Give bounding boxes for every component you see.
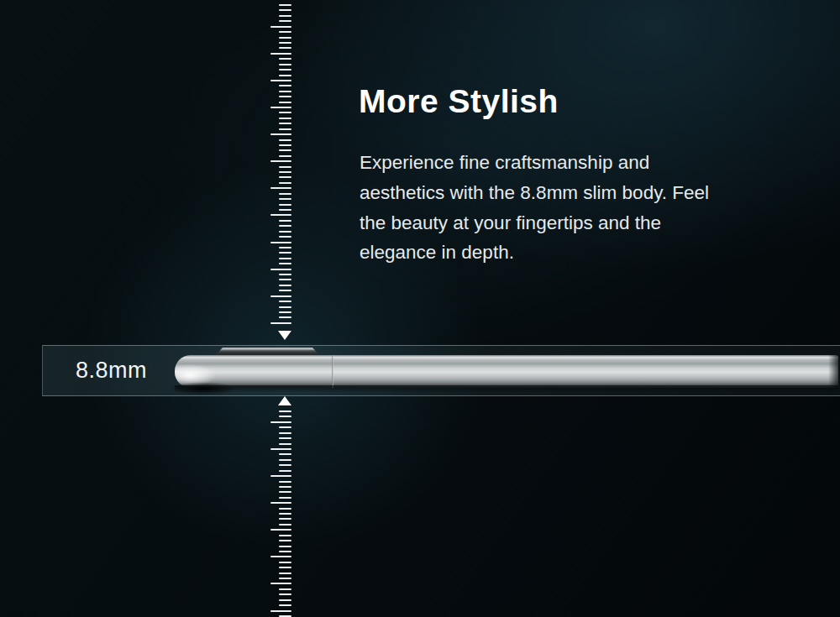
ruler-minor-tick — [279, 311, 291, 313]
ruler-minor-tick — [279, 37, 291, 39]
ruler-major-tick — [270, 160, 291, 162]
ruler-major-tick — [270, 242, 291, 243]
ruler-minor-tick — [279, 410, 291, 412]
ruler-minor-tick — [279, 9, 291, 11]
ruler-minor-tick — [279, 497, 291, 499]
ruler-minor-tick — [279, 432, 291, 434]
ruler-minor-tick — [279, 274, 291, 275]
ruler-minor-tick — [279, 231, 291, 233]
ruler-minor-tick — [279, 149, 291, 151]
ruler-major-tick — [270, 26, 291, 28]
ruler-major-tick — [270, 475, 291, 477]
device-right-edge — [828, 355, 838, 388]
device-side-profile — [175, 355, 838, 388]
ruler-major-tick — [270, 610, 291, 612]
ruler-minor-tick — [279, 301, 291, 302]
ruler-minor-tick — [279, 578, 291, 579]
ruler-minor-tick — [279, 551, 291, 552]
ruler-major-tick — [270, 448, 291, 450]
ruler-major-tick — [270, 187, 291, 189]
ruler-minor-tick — [279, 524, 291, 525]
description-line: elegance in depth. — [360, 238, 709, 268]
ruler-minor-tick — [279, 306, 291, 308]
ruler-minor-tick — [279, 573, 291, 574]
ruler-major-tick — [270, 502, 291, 504]
device-shadow — [175, 385, 838, 393]
ruler-minor-tick — [279, 198, 291, 200]
ruler-major-tick — [270, 80, 291, 81]
ruler-minor-tick — [279, 236, 291, 238]
ruler-major-tick — [270, 322, 291, 324]
ruler-minor-tick — [279, 588, 291, 590]
ruler-minor-tick — [279, 562, 291, 563]
ruler-minor-tick — [279, 193, 291, 195]
description-line: the beauty at your fingertips and the — [360, 208, 709, 238]
ruler-major-tick — [270, 214, 291, 216]
ruler-minor-tick — [279, 102, 291, 103]
ruler-minor-tick — [279, 426, 291, 428]
ruler-minor-tick — [279, 459, 291, 461]
ruler-major-tick — [270, 421, 291, 423]
arrow-down-icon — [278, 331, 291, 340]
ruler-minor-tick — [279, 247, 291, 248]
ruler-minor-tick — [279, 481, 291, 483]
ruler-minor-tick — [279, 513, 291, 515]
ruler-minor-tick — [279, 139, 291, 141]
ruler-minor-tick — [279, 604, 291, 606]
ruler-major-tick — [270, 529, 291, 531]
ruler-minor-tick — [279, 290, 291, 291]
section-description: Experience fine craftsmanship and aesthe… — [360, 148, 709, 268]
ruler-minor-tick — [279, 508, 291, 510]
ruler-minor-tick — [279, 42, 291, 44]
ruler-minor-tick — [279, 540, 291, 541]
ruler-minor-tick — [279, 118, 291, 119]
ruler-minor-tick — [279, 491, 291, 493]
ruler-minor-tick — [279, 285, 291, 286]
ruler-minor-tick — [279, 593, 291, 595]
ruler-minor-tick — [279, 225, 291, 227]
arrow-up-icon — [278, 396, 291, 405]
ruler-minor-tick — [279, 112, 291, 113]
ruler-minor-tick — [279, 258, 291, 259]
ruler-minor-tick — [279, 155, 291, 157]
ruler-minor-tick — [279, 20, 291, 22]
ruler-minor-tick — [279, 4, 291, 6]
ruler-major-tick — [270, 133, 291, 135]
ruler-minor-tick — [279, 599, 291, 601]
ruler-minor-tick — [279, 31, 291, 33]
ruler-minor-tick — [279, 546, 291, 547]
ruler-minor-tick — [279, 144, 291, 146]
ruler-minor-tick — [279, 316, 291, 318]
ruler-minor-tick — [279, 437, 291, 439]
ruler-minor-tick — [279, 464, 291, 466]
ruler-top-segment — [270, 0, 291, 617]
ruler-minor-tick — [279, 263, 291, 264]
description-line: aesthetics with the 8.8mm slim body. Fee… — [360, 178, 709, 208]
ruler-minor-tick — [279, 416, 291, 417]
ruler-minor-tick — [279, 182, 291, 184]
promo-page: 8.8mm More Stylish Experience fine craft… — [0, 0, 840, 617]
ruler-minor-tick — [279, 171, 291, 173]
ruler-minor-tick — [279, 279, 291, 280]
ruler-minor-tick — [279, 91, 291, 92]
ruler-bottom-segment — [270, 0, 291, 617]
device-antenna-seam — [332, 355, 333, 388]
ruler-major-tick — [270, 53, 291, 55]
ruler-minor-tick — [279, 176, 291, 178]
ruler-major-tick — [270, 583, 291, 584]
ruler-minor-tick — [279, 535, 291, 536]
ruler-minor-tick — [279, 15, 291, 17]
description-line: Experience fine craftsmanship and — [360, 148, 709, 178]
ruler-minor-tick — [279, 96, 291, 97]
ruler-minor-tick — [279, 75, 291, 76]
ruler-minor-tick — [279, 443, 291, 445]
ruler-minor-tick — [279, 518, 291, 520]
ruler-minor-tick — [279, 470, 291, 472]
ruler-minor-tick — [279, 486, 291, 488]
ruler-minor-tick — [279, 69, 291, 71]
ruler-minor-tick — [279, 252, 291, 254]
ruler-minor-tick — [279, 85, 291, 86]
ruler-minor-tick — [279, 567, 291, 568]
ruler-minor-tick — [279, 204, 291, 206]
ruler-major-tick — [270, 269, 291, 270]
